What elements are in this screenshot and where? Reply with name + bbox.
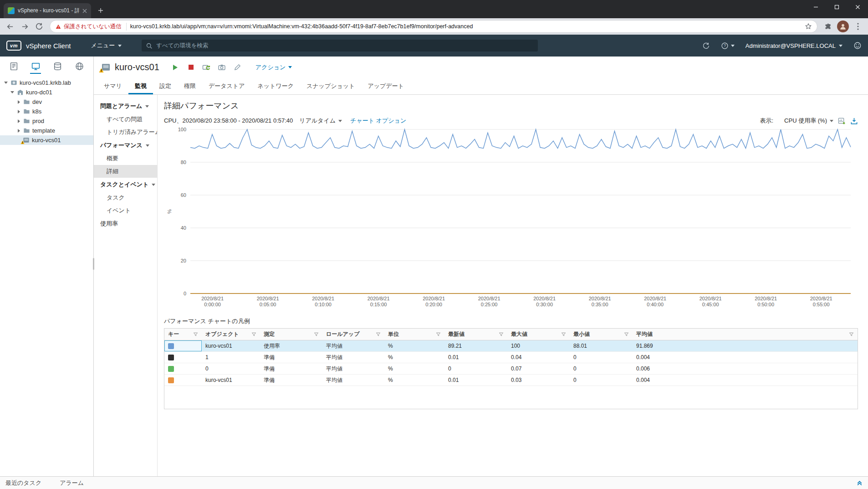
legend-column-header[interactable]: オブジェクト [202,329,260,340]
tree-node-folder-dev[interactable]: dev [0,97,93,107]
power-off-icon[interactable] [185,62,197,73]
new-tab-button[interactable] [94,4,107,17]
user-menu[interactable]: Administrator@VSPHERE.LOCAL [745,42,842,49]
address-bar[interactable]: 保護されていない通信 kuro-vcs01.krkb.lab/ui/app/vm… [50,20,817,33]
filter-funnel-icon[interactable] [849,332,854,337]
nav-item-events[interactable]: イベント [94,204,157,217]
legend-column-header[interactable]: 最新値 [444,329,507,340]
tree-node-label: kuro-dc01 [26,89,52,96]
expanded-caret-icon[interactable] [4,82,8,84]
tree-node-datacenter[interactable]: kuro-dc01 [0,88,93,97]
legend-cell-rollup: 平均値 [322,340,384,352]
nav-item-all-issues[interactable]: すべての問題 [94,113,157,126]
nav-item-advanced[interactable]: 詳細 [94,165,157,178]
tree-node-label: dev [32,98,42,105]
forward-button[interactable] [18,20,31,33]
global-search[interactable]: すべての環境を検索 [142,40,538,51]
nav-section-performance[interactable]: パフォーマンス [94,139,157,152]
tab-snapshots[interactable]: スナップショット [300,78,361,94]
tab-close-icon[interactable] [82,9,87,13]
nav-section-tasks-events[interactable]: タスクとイベント [94,178,157,191]
save-chart-icon[interactable] [838,117,846,125]
legend-column-header[interactable]: キー [164,329,202,340]
security-warning[interactable]: 保護されていない通信 [55,23,127,31]
filter-funnel-icon[interactable] [561,332,566,337]
nav-item-utilization[interactable]: 使用率 [94,217,157,231]
expand-panel-icon[interactable] [857,480,863,486]
legend-column-header[interactable]: 平均値 [633,329,858,340]
filter-funnel-icon[interactable] [499,332,504,337]
expanded-caret-icon[interactable] [10,91,14,93]
feedback-smiley-icon[interactable] [853,41,862,50]
window-close-button[interactable] [847,0,868,14]
legend-column-header[interactable]: 最大値 [507,329,570,340]
reload-button[interactable] [32,20,46,33]
filter-funnel-icon[interactable] [314,332,319,337]
tree-node-vcenter[interactable]: kuro-vcs01.krkb.lab [0,78,93,88]
legend-table-row[interactable]: kuro-vcs01準備平均値%0.010.0300.004 [164,375,858,386]
collapsed-caret-icon[interactable] [18,119,20,123]
legend-column-header[interactable]: 最小値 [570,329,633,340]
filter-funnel-icon[interactable] [376,332,381,337]
time-range-dropdown[interactable]: リアルタイム [299,117,342,125]
alarms-tab[interactable]: アラーム [60,479,84,487]
nav-item-overview[interactable]: 概要 [94,152,157,165]
power-on-icon[interactable] [170,62,181,73]
tab-networks[interactable]: ネットワーク [251,78,300,94]
x-tick-label: 0:20:00 [425,302,442,307]
browser-tab[interactable]: vSphere - kuro-vcs01 - 詳細 [4,3,91,18]
filter-funnel-icon[interactable] [436,332,441,337]
tree-node-folder-k8s[interactable]: k8s [0,107,93,116]
filter-funnel-icon[interactable] [193,332,198,337]
legend-table-row[interactable]: 0準備平均値%00.0700.006 [164,363,858,375]
extensions-icon[interactable] [821,20,835,33]
refresh-icon[interactable] [702,42,710,50]
tree-node-vm[interactable]: kuro-vcs01 [0,135,93,145]
vms-templates-icon[interactable] [26,57,45,75]
tab-summary[interactable]: サマリ [97,78,128,94]
window-minimize-button[interactable] [805,0,826,14]
networking-icon[interactable] [71,57,89,75]
tree-node-folder-prod[interactable]: prod [0,116,93,126]
bookmark-star-icon[interactable] [805,23,812,30]
nav-section-issues-alarms[interactable]: 問題とアラーム [94,99,157,113]
chart-options-link[interactable]: チャート オプション [350,117,406,125]
collapsed-caret-icon[interactable] [18,100,20,104]
collapsed-caret-icon[interactable] [18,129,20,133]
storage-icon[interactable] [49,57,67,75]
edit-settings-icon[interactable] [232,62,243,73]
x-tick-label: 2020/8/21 [312,296,334,301]
sidebar-resize-handle[interactable] [93,258,94,270]
legend-table-row[interactable]: kuro-vcs01使用率平均値%89.2110088.0191.869 [164,340,858,352]
legend-column-header[interactable]: 単位 [384,329,444,340]
menu-dropdown[interactable]: メニュー [91,41,122,50]
browser-tab-strip: vSphere - kuro-vcs01 - 詳細 [0,0,868,18]
back-button[interactable] [3,20,17,33]
tab-configure[interactable]: 設定 [153,78,178,94]
recent-tasks-tab[interactable]: 最近のタスク [5,479,41,487]
legend-table-row[interactable]: 1準備平均値%0.010.0400.004 [164,352,858,363]
tab-permissions[interactable]: 権限 [178,78,202,94]
filter-funnel-icon[interactable] [251,332,256,337]
actions-menu[interactable]: アクション [255,63,292,72]
tab-datastores[interactable]: データストア [202,78,251,94]
collapsed-caret-icon[interactable] [18,110,20,113]
window-maximize-button[interactable] [826,0,847,14]
legend-column-header[interactable]: 測定 [260,329,322,340]
nav-item-tasks[interactable]: タスク [94,191,157,204]
window-controls [805,0,868,14]
help-menu[interactable]: ? [721,42,735,50]
snapshot-icon[interactable] [216,62,228,73]
metric-dropdown[interactable]: CPU 使用率 (%) [784,117,833,125]
restart-icon[interactable] [201,62,212,73]
legend-column-header[interactable]: ロールアップ [322,329,384,340]
export-data-icon[interactable] [850,117,858,125]
profile-avatar[interactable] [837,21,849,32]
nav-item-triggered-alarms[interactable]: トリガ済みアラーム [94,126,157,139]
filter-funnel-icon[interactable] [624,332,629,337]
tree-node-folder-template[interactable]: template [0,126,93,135]
tab-updates[interactable]: アップデート [361,78,410,94]
browser-menu-icon[interactable] [851,20,865,33]
hosts-clusters-icon[interactable] [5,57,23,75]
tab-monitor[interactable]: 監視 [128,78,153,94]
